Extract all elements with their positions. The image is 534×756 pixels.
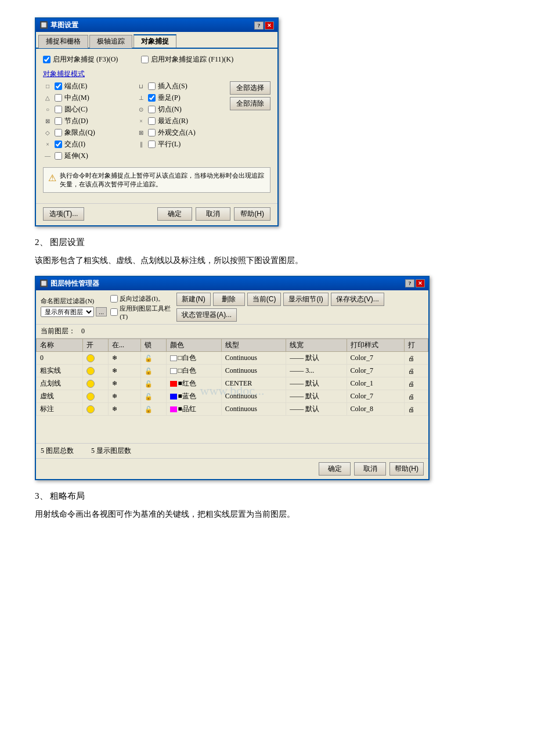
nearest-checkbox[interactable] <box>148 117 156 125</box>
layer-color[interactable]: □白色 <box>166 364 221 377</box>
tab-snap-grid[interactable]: 捕捉和栅格 <box>38 35 88 48</box>
parallel-checkbox[interactable] <box>148 141 156 148</box>
layer-frozen[interactable]: ❄ <box>109 351 140 364</box>
show-details-button[interactable]: 显示细节(I) <box>283 293 328 306</box>
table-row[interactable]: 点划线 ❄ 🔓 ■红色 CENTER —— 默认 Color_1 🖨 <box>37 377 428 390</box>
layer-color[interactable]: ■蓝色 <box>166 390 221 402</box>
layer-linetype[interactable]: CENTER <box>221 377 286 390</box>
select-all-button[interactable]: 全部选择 <box>230 81 270 95</box>
enable-snap-checkbox[interactable] <box>43 56 50 63</box>
layer-locked[interactable]: 🔓 <box>140 364 166 377</box>
clear-all-button[interactable]: 全部清除 <box>230 97 270 110</box>
close-button[interactable]: ✕ <box>265 21 274 30</box>
state-manager-button[interactable]: 状态管理器(A)... <box>176 308 237 322</box>
layer-frozen[interactable]: ❄ <box>109 390 140 402</box>
layer-linewidth[interactable]: —— 默认 <box>286 351 347 364</box>
tab-polar-tracking[interactable]: 极轴追踪 <box>89 35 132 48</box>
layer-cancel-button[interactable]: 取消 <box>354 462 386 476</box>
layer-on[interactable] <box>82 377 108 390</box>
snap-cancel-button[interactable]: 取消 <box>196 207 230 221</box>
extension-checkbox[interactable] <box>55 152 62 160</box>
snap-item-center: ○ 圆心(C) <box>43 105 131 114</box>
apply-toolbar-text: 应用到图层工具栏(T) <box>120 304 173 320</box>
center-checkbox[interactable] <box>55 106 62 113</box>
layer-frozen[interactable]: ❄ <box>109 402 140 415</box>
enable-track-checkbox[interactable] <box>141 56 149 63</box>
layer-on[interactable] <box>82 351 108 364</box>
current-layer-bar: 当前图层： 0 <box>36 325 428 339</box>
options-button[interactable]: 选项(T)... <box>43 207 84 221</box>
table-row[interactable]: 标注 ❄ 🔓 ■品红 Continuous —— 默认 Color_8 🖨 <box>37 402 428 415</box>
current-layer-button[interactable]: 当前(C) <box>247 293 282 306</box>
snap-ok-button[interactable]: 确定 <box>157 207 192 221</box>
layer-linetype[interactable]: Continuous <box>221 390 286 402</box>
invert-filter-checkbox[interactable] <box>110 295 118 303</box>
quadrant-checkbox[interactable] <box>55 129 62 136</box>
filter-select[interactable]: 显示所有图层 <box>41 307 94 317</box>
tangent-checkbox[interactable] <box>148 106 156 113</box>
table-row[interactable]: 粗实线 ❄ 🔓 □白色 Continuous —— 3... Color_7 🖨 <box>37 364 428 377</box>
layer-linewidth[interactable]: —— 默认 <box>286 377 347 390</box>
layer-close-btn[interactable]: ✕ <box>416 279 425 287</box>
layer-print[interactable]: 🖨 <box>405 364 428 377</box>
layer-on[interactable] <box>82 402 108 415</box>
parallel-icon: ∥ <box>136 140 146 149</box>
enable-snap-checkbox-label[interactable]: 启用对象捕捉 (F3)(O) <box>43 55 118 64</box>
insert-checkbox[interactable] <box>148 82 156 90</box>
table-row[interactable]: 0 ❄ 🔓 □白色 Continuous —— 默认 Color_7 🖨 <box>37 351 428 364</box>
layer-linetype[interactable]: Continuous <box>221 364 286 377</box>
layer-color[interactable]: ■红色 <box>166 377 221 390</box>
layer-print[interactable]: 🖨 <box>405 390 428 402</box>
apparent-checkbox[interactable] <box>148 129 156 136</box>
intersection-checkbox[interactable] <box>55 141 62 148</box>
snap-item-tangent: ⊙ 切点(N) <box>136 105 224 114</box>
layer-on[interactable] <box>82 364 108 377</box>
apply-toolbar-checkbox[interactable] <box>110 308 118 316</box>
col-frozen: 在... <box>109 339 140 351</box>
layer-ok-button[interactable]: 确定 <box>319 462 351 476</box>
layer-locked[interactable]: 🔓 <box>140 402 166 415</box>
apply-toolbar-label[interactable]: 应用到图层工具栏(T) <box>110 304 173 320</box>
layer-print[interactable]: 🖨 <box>405 377 428 390</box>
table-row[interactable]: 虚线 ❄ 🔓 ■蓝色 Continuous —— 默认 Color_7 🖨 <box>37 390 428 402</box>
layer-linewidth[interactable]: —— 默认 <box>286 402 347 415</box>
filter-options: 反向过滤器(I)。 应用到图层工具栏(T) <box>110 294 173 320</box>
layer-frozen[interactable]: ❄ <box>109 377 140 390</box>
endpoint-checkbox[interactable] <box>55 82 62 90</box>
insert-label: 插入点(S) <box>158 81 187 91</box>
new-layer-button[interactable]: 新建(N) <box>176 293 211 306</box>
layer-print[interactable]: 🖨 <box>405 402 428 415</box>
layer-print[interactable]: 🖨 <box>405 351 428 364</box>
filter-browse-button[interactable]: ... <box>96 307 107 316</box>
layer-locked[interactable]: 🔓 <box>140 390 166 402</box>
layer-help-btn[interactable]: ? <box>405 279 414 287</box>
current-layer-label: 当前图层： <box>41 326 75 336</box>
delete-layer-button[interactable]: 删除 <box>213 293 245 306</box>
layer-linewidth[interactable]: —— 3... <box>286 364 347 377</box>
layer-color[interactable]: ■品红 <box>166 402 221 415</box>
tab-object-snap[interactable]: 对象捕捉 <box>134 34 176 48</box>
layer-on[interactable] <box>82 390 108 402</box>
node-checkbox[interactable] <box>55 117 62 125</box>
col-linewidth: 线宽 <box>286 339 347 351</box>
snap-help-button[interactable]: 帮助(H) <box>234 207 270 221</box>
snap-item-parallel: ∥ 平行(L) <box>136 139 224 149</box>
layer-help-button[interactable]: 帮助(H) <box>389 462 424 476</box>
invert-filter-label[interactable]: 反向过滤器(I)。 <box>110 294 173 303</box>
layer-linetype[interactable]: Continuous <box>221 402 286 415</box>
snap-dialog-title: 草图设置 <box>50 20 254 30</box>
help-button[interactable]: ? <box>254 21 264 30</box>
snap-dialog-titlebar: 🔲 草图设置 ? ✕ <box>36 19 277 32</box>
layer-table: 名称 开 在... 锁 颜色 线型 线宽 打印样式 打 0 ❄ 🔓 □白色 <box>36 339 428 416</box>
layer-linewidth[interactable]: —— 默认 <box>286 390 347 402</box>
layer-frozen[interactable]: ❄ <box>109 364 140 377</box>
layer-locked[interactable]: 🔓 <box>140 377 166 390</box>
snap-item-apparent: ⊠ 外观交点(A) <box>136 128 224 138</box>
layer-linetype[interactable]: Continuous <box>221 351 286 364</box>
perpendicular-checkbox[interactable] <box>148 94 156 102</box>
layer-color[interactable]: □白色 <box>166 351 221 364</box>
save-state-button[interactable]: 保存状态(V)... <box>331 293 384 306</box>
midpoint-checkbox[interactable] <box>55 94 62 102</box>
enable-track-checkbox-label[interactable]: 启用对象捕捉追踪 (F11)(K) <box>141 55 233 64</box>
layer-locked[interactable]: 🔓 <box>140 351 166 364</box>
